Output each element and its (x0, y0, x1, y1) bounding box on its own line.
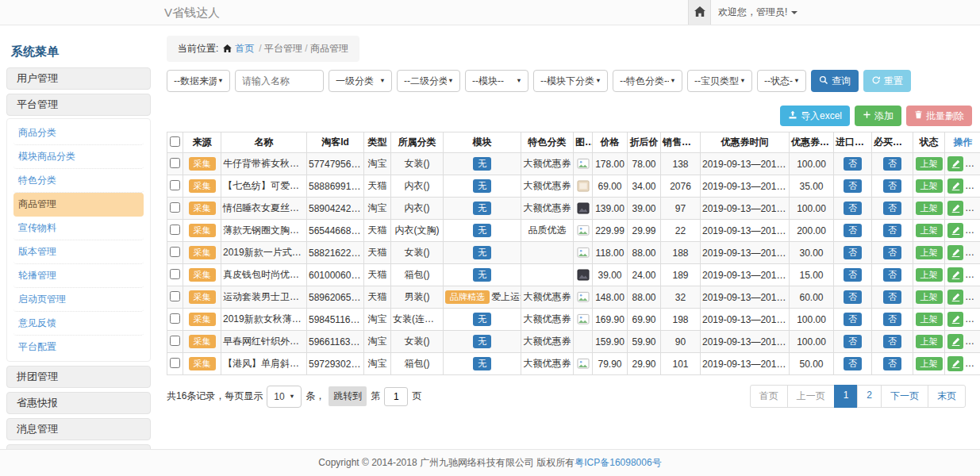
module-none-badge[interactable]: 无 (473, 202, 491, 216)
row-checkbox[interactable] (170, 247, 180, 257)
must-buy-toggle[interactable]: 否 (883, 268, 901, 282)
sidebar-group-4[interactable]: 省惠快报 (6, 392, 151, 414)
jump-button[interactable]: 跳转到 (329, 386, 367, 406)
sidebar-item-2-7[interactable]: 轮播管理 (13, 264, 144, 288)
must-buy-toggle[interactable]: 否 (883, 357, 901, 371)
status-badge[interactable]: 上架 (916, 290, 943, 305)
sidebar-group-1[interactable]: 用户管理 (6, 67, 151, 90)
sidebar-item-2-6[interactable]: 版本管理 (13, 240, 144, 264)
page-button-5[interactable]: 下一页 (881, 385, 928, 408)
home-button[interactable] (688, 0, 711, 25)
row-checkbox[interactable] (170, 158, 180, 168)
filter-select-6[interactable]: --模块下分类-- (533, 70, 608, 92)
sidebar-group-3[interactable]: 拼团管理 (6, 366, 151, 388)
must-buy-toggle[interactable]: 否 (883, 202, 901, 216)
page-button-3[interactable]: 1 (834, 385, 859, 408)
must-buy-toggle[interactable]: 否 (883, 179, 901, 194)
filter-select-9[interactable]: --状态-- (757, 70, 806, 92)
filter-select-7[interactable]: --特色分类-- (613, 70, 682, 92)
edit-button[interactable] (947, 312, 963, 327)
sidebar-item-2-2[interactable]: 模块商品分类 (13, 145, 144, 169)
add-button[interactable]: 添加 (855, 106, 901, 126)
row-checkbox[interactable] (170, 180, 180, 190)
sidebar-item-2-9[interactable]: 意见反馈 (13, 312, 144, 336)
module-none-badge[interactable]: 无 (473, 179, 491, 194)
edit-button[interactable] (947, 245, 963, 260)
per-page-select[interactable]: 10 (267, 386, 302, 408)
breadcrumb-home-link[interactable]: 首页 (235, 42, 254, 56)
sidebar-item-2-5[interactable]: 宣传物料 (13, 217, 144, 240)
row-checkbox[interactable] (170, 313, 180, 324)
import-pick-toggle[interactable]: 否 (844, 224, 862, 238)
sidebar-group-5[interactable]: 消息管理 (6, 418, 151, 440)
import-pick-toggle[interactable]: 否 (844, 157, 862, 171)
module-none-badge[interactable]: 无 (473, 224, 491, 238)
select-all-checkbox[interactable] (170, 136, 180, 147)
row-checkbox[interactable] (170, 358, 180, 368)
edit-button[interactable] (947, 356, 963, 371)
must-buy-toggle[interactable]: 否 (883, 335, 901, 349)
status-badge[interactable]: 上架 (916, 268, 943, 282)
module-none-badge[interactable]: 无 (473, 157, 491, 171)
filter-select-8[interactable]: --宝贝类型-- (687, 70, 752, 92)
user-menu[interactable]: 欢迎您，管理员! (718, 0, 797, 25)
batch-delete-button[interactable]: 批量删除 (906, 106, 972, 126)
import-pick-toggle[interactable]: 否 (844, 335, 862, 349)
reset-button[interactable]: 重置 (863, 70, 911, 92)
import-pick-toggle[interactable]: 否 (844, 290, 862, 305)
page-button-1[interactable]: 首页 (750, 385, 788, 408)
module-none-badge[interactable]: 无 (473, 268, 491, 282)
search-button[interactable]: 查询 (811, 70, 859, 92)
module-none-badge[interactable]: 无 (473, 313, 491, 327)
filter-select-5[interactable]: --模块-- (465, 70, 528, 92)
filter-select-4[interactable]: --二级分类-- (397, 70, 460, 92)
page-button-2[interactable]: 上一页 (787, 385, 835, 408)
import-pick-toggle[interactable]: 否 (844, 246, 862, 260)
must-buy-toggle[interactable]: 否 (883, 157, 901, 171)
import-pick-toggle[interactable]: 否 (844, 268, 862, 282)
status-badge[interactable]: 上架 (916, 202, 943, 216)
import-pick-toggle[interactable]: 否 (844, 202, 862, 216)
row-checkbox[interactable] (170, 202, 180, 213)
edit-button[interactable] (947, 290, 963, 305)
page-button-6[interactable]: 末页 (928, 385, 966, 408)
sidebar-group-2[interactable]: 平台管理 (6, 94, 151, 116)
row-checkbox[interactable] (170, 336, 180, 346)
status-badge[interactable]: 上架 (916, 179, 943, 194)
import-pick-toggle[interactable]: 否 (844, 313, 862, 327)
edit-button[interactable] (947, 201, 963, 216)
page-number-input[interactable] (384, 387, 408, 406)
icp-link[interactable]: 粤ICP备16098006号 (575, 457, 661, 468)
sidebar-item-2-10[interactable]: 平台配置 (13, 336, 144, 359)
status-badge[interactable]: 上架 (916, 224, 943, 238)
status-badge[interactable]: 上架 (916, 313, 943, 327)
import-pick-toggle[interactable]: 否 (844, 357, 862, 371)
status-badge[interactable]: 上架 (916, 357, 943, 371)
sidebar-item-2-3[interactable]: 特色分类 (13, 169, 144, 193)
status-badge[interactable]: 上架 (916, 157, 943, 171)
must-buy-toggle[interactable]: 否 (883, 313, 901, 327)
sidebar-item-2-1[interactable]: 商品分类 (13, 121, 144, 145)
page-button-4[interactable]: 2 (857, 385, 882, 408)
edit-button[interactable] (947, 223, 963, 238)
edit-button[interactable] (947, 156, 963, 171)
must-buy-toggle[interactable]: 否 (883, 290, 901, 305)
must-buy-toggle[interactable]: 否 (883, 224, 901, 238)
module-none-badge[interactable]: 无 (473, 335, 491, 349)
sidebar-item-2-8[interactable]: 启动页管理 (13, 288, 144, 312)
edit-button[interactable] (947, 267, 963, 282)
import-excel-button[interactable]: 导入excel (780, 106, 850, 126)
filter-select-1[interactable]: --数据来源-- (167, 70, 230, 92)
must-buy-toggle[interactable]: 否 (883, 246, 901, 260)
name-search-input[interactable] (235, 70, 324, 92)
edit-button[interactable] (947, 178, 963, 194)
module-none-badge[interactable]: 无 (473, 246, 491, 260)
row-checkbox[interactable] (170, 291, 180, 301)
sidebar-item-2-4[interactable]: 商品管理 (13, 193, 144, 217)
row-checkbox[interactable] (170, 225, 180, 235)
row-checkbox[interactable] (170, 269, 180, 279)
status-badge[interactable]: 上架 (916, 246, 943, 260)
import-pick-toggle[interactable]: 否 (844, 179, 862, 194)
edit-button[interactable] (947, 334, 963, 349)
status-badge[interactable]: 上架 (916, 335, 943, 349)
